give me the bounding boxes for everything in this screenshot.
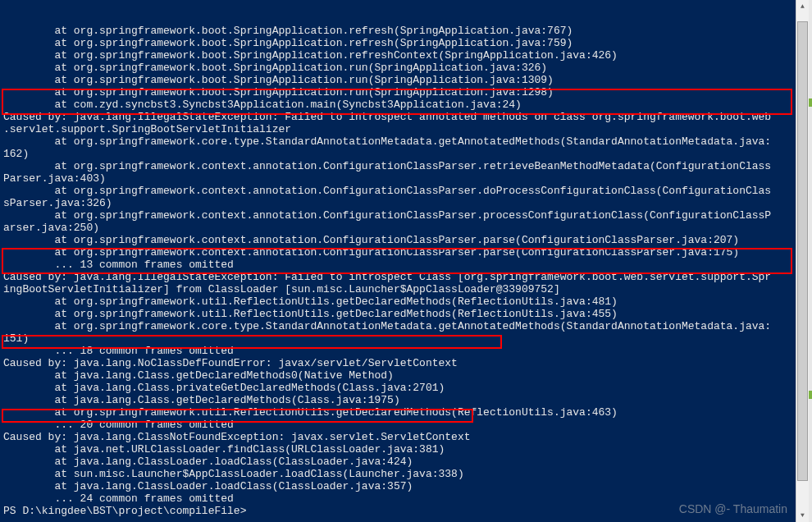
scrollbar-down-button[interactable]: ▼ [796,509,809,522]
marker-indicator [809,391,812,399]
terminal-line: Caused by: java.lang.ClassNotFoundExcept… [3,431,792,443]
terminal-line: Caused by: java.lang.IllegalStateExcepti… [3,111,792,123]
terminal-line: Caused by: java.lang.NoClassDefFoundErro… [3,357,792,369]
terminal-line: ... 18 common frames omitted [3,345,792,357]
scrollbar-track[interactable] [796,13,809,509]
terminal-line: at org.springframework.boot.SpringApplic… [3,74,792,86]
terminal-line: at org.springframework.util.ReflectionUt… [3,406,792,419]
terminal-line: arser.java:250) [3,222,792,234]
terminal-line: at java.lang.Class.getDeclaredMethods0(N… [3,369,792,382]
terminal-output: at org.springframework.boot.SpringApplic… [3,25,792,517]
vertical-scrollbar[interactable]: ▲ ▼ [796,0,809,522]
terminal-line: at java.lang.ClassLoader.loadClass(Class… [3,480,792,492]
terminal-line: at java.net.URLClassLoader.findClass(URL… [3,443,792,456]
terminal-line: at org.springframework.context.annotatio… [3,234,792,246]
terminal-line: Caused by: java.lang.IllegalStateExcepti… [3,271,792,283]
terminal-line: ... 24 common frames omitted [3,492,792,505]
terminal-line: PS D:\kingdee\BST\project\compileFile> [3,505,792,517]
terminal-line: at org.springframework.context.annotatio… [3,209,792,222]
terminal-line: sParser.java:326) [3,197,792,209]
terminal-line: at org.springframework.boot.SpringApplic… [3,62,792,74]
terminal-line: ... 20 common frames omitted [3,419,792,431]
terminal-line: at org.springframework.core.type.Standar… [3,135,792,148]
terminal-line: at org.springframework.context.annotatio… [3,246,792,259]
terminal-line: at org.springframework.core.type.Standar… [3,320,792,332]
marker-indicator [809,98,812,107]
terminal-line: .servlet.support.SpringBootServletInitia… [3,123,792,135]
terminal-line: at com.zyd.syncbst3.Syncbst3Application.… [3,98,792,111]
terminal-line: at org.springframework.util.ReflectionUt… [3,308,792,320]
terminal-line: at org.springframework.boot.SpringApplic… [3,25,792,37]
terminal-line: at org.springframework.context.annotatio… [3,160,792,172]
terminal-line: at org.springframework.util.ReflectionUt… [3,295,792,308]
terminal-line: Parser.java:403) [3,172,792,185]
terminal-line: at org.springframework.boot.SpringApplic… [3,86,792,98]
terminal-line: at org.springframework.context.annotatio… [3,185,792,197]
terminal-line: at org.springframework.boot.SpringApplic… [3,37,792,49]
terminal-line: at java.lang.ClassLoader.loadClass(Class… [3,456,792,468]
terminal-line: at java.lang.Class.getDeclaredMethods(Cl… [3,394,792,406]
editor-marker-strip [809,0,812,522]
terminal-line: at sun.misc.Launcher$AppClassLoader.load… [3,468,792,480]
scrollbar-up-button[interactable]: ▲ [796,0,809,13]
terminal-line: ingBootServletInitializer] from ClassLoa… [3,283,792,295]
terminal-line: at java.lang.Class.privateGetDeclaredMet… [3,382,792,394]
terminal-line: at org.springframework.boot.SpringApplic… [3,49,792,62]
terminal-line: 162) [3,148,792,160]
terminal-line: 151) [3,332,792,345]
powershell-terminal[interactable]: at org.springframework.boot.SpringApplic… [0,0,796,522]
scrollbar-thumb[interactable] [797,21,808,481]
terminal-line: ... 13 common frames omitted [3,259,792,271]
